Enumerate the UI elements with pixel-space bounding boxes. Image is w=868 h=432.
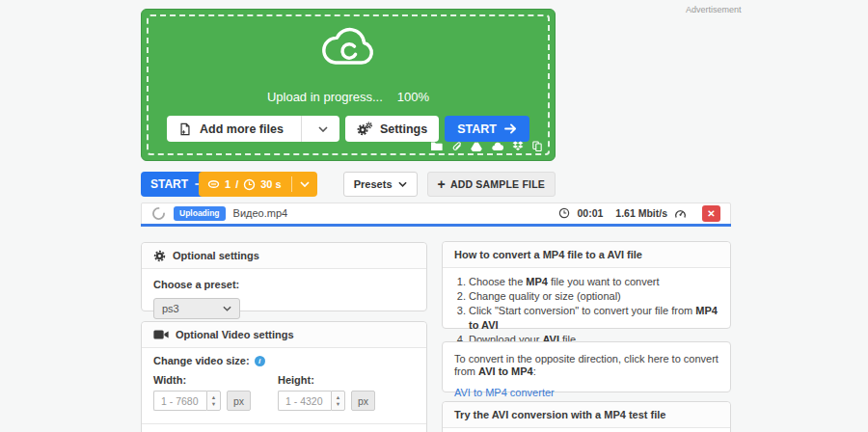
info-icon[interactable] — [255, 356, 265, 366]
height-stepper[interactable]: ▲▼ — [331, 391, 345, 411]
cancel-upload-button[interactable] — [702, 205, 720, 222]
add-more-files-button[interactable]: Add more files — [167, 116, 339, 142]
howto-step: Choose the MP4 file you want to convert — [469, 275, 719, 289]
start-label: START — [150, 177, 188, 191]
upload-source-icons — [430, 141, 542, 151]
folder-icon[interactable] — [430, 141, 443, 151]
upload-status-text: Upload in progress... — [267, 90, 383, 104]
advertisement-label: Advertisement — [686, 5, 742, 14]
action-bar: START 1 / 30 s Presets + ADD SAMPLE FILE — [141, 172, 556, 197]
preset-selected-value: ps3 — [162, 303, 179, 314]
file-plus-icon — [178, 122, 192, 136]
width-label: Width: — [153, 374, 251, 386]
settings-label: Settings — [380, 122, 427, 136]
cloud-upload-icon — [316, 24, 380, 69]
height-input[interactable] — [278, 391, 331, 411]
coin-icon — [207, 179, 220, 189]
howto-step: Change quality or size (optional) — [469, 289, 719, 304]
device-copy-icon[interactable] — [532, 141, 542, 151]
howto-step: Click "Start conversion" to convert your… — [469, 304, 719, 333]
chevron-down-icon[interactable] — [310, 126, 328, 132]
presets-label: Presets — [354, 178, 393, 190]
file-name: Видео.mp4 — [233, 207, 288, 219]
upload-progress-bar — [141, 224, 731, 227]
section-divider — [142, 423, 426, 424]
test-file-title: Try the AVI conversion with a MP4 test f… — [454, 409, 665, 420]
time-limit: 30 s — [260, 178, 281, 190]
howto-steps-list: Choose the MP4 file you want to convertC… — [469, 275, 719, 347]
add-more-files-label: Add more files — [200, 122, 284, 136]
optional-settings-card: Optional settings Choose a preset: ps3 — [141, 242, 427, 311]
paperclip-icon[interactable] — [451, 142, 462, 151]
upload-dropzone[interactable]: Upload in progress... 100% Add more file… — [141, 9, 556, 161]
onedrive-icon[interactable] — [491, 142, 503, 151]
elapsed-time: 00:01 — [577, 207, 603, 219]
video-camera-icon — [153, 329, 169, 340]
optional-settings-title: Optional settings — [173, 250, 259, 261]
height-label: Height: — [278, 374, 375, 386]
preset-select[interactable]: ps3 — [153, 298, 240, 319]
add-sample-file-label: ADD SAMPLE FILE — [450, 178, 545, 190]
presets-dropdown-button[interactable]: Presets — [343, 172, 418, 197]
upload-progress-percent: 100% — [397, 90, 429, 104]
width-stepper[interactable]: ▲▼ — [206, 391, 221, 411]
start-conversion-button[interactable]: START — [445, 116, 529, 142]
start-label: START — [457, 122, 497, 136]
uploading-file-row: Uploading Видео.mp4 00:01 1.61 Mbit/s — [141, 202, 731, 226]
optional-video-settings-card: Optional Video settings Change video siz… — [141, 321, 427, 432]
count-slash: / — [235, 178, 238, 190]
conversion-limit-dropdown[interactable]: 1 / 30 s — [199, 172, 317, 197]
speed-gauge-icon — [674, 208, 687, 219]
dropbox-icon[interactable] — [512, 141, 524, 151]
settings-button[interactable]: Settings — [345, 116, 439, 142]
gear-icon — [153, 250, 166, 262]
spinner-icon — [152, 207, 165, 220]
button-divider — [291, 176, 292, 192]
arrow-right-icon — [504, 123, 517, 134]
chevron-down-icon[interactable] — [300, 181, 310, 187]
avi-to-mp4-converter-link[interactable]: AVI to MP4 converter — [454, 387, 555, 399]
clock-icon — [243, 178, 256, 191]
width-unit-px: px — [227, 391, 251, 411]
howto-title: How to convert a MP4 file to a AVI file — [454, 249, 642, 260]
gears-icon — [357, 122, 372, 136]
upload-status-line: Upload in progress... 100% — [142, 90, 555, 104]
plus-icon: + — [438, 177, 446, 191]
preset-label: Choose a preset: — [153, 279, 239, 290]
clock-icon — [558, 207, 570, 219]
chevron-down-icon — [223, 306, 231, 311]
opposite-direction-text: To convert in the opposite direction, cl… — [454, 353, 719, 378]
width-input[interactable] — [153, 391, 206, 411]
howto-card: How to convert a MP4 file to a AVI file … — [442, 241, 731, 329]
change-video-size-label: Change video size: — [153, 355, 250, 366]
add-sample-file-button[interactable]: + ADD SAMPLE FILE — [427, 172, 556, 197]
video-settings-title: Optional Video settings — [176, 329, 294, 340]
file-count: 1 — [225, 178, 231, 190]
google-drive-icon[interactable] — [471, 142, 482, 151]
uploading-status-badge: Uploading — [174, 206, 226, 221]
upload-speed: 1.61 Mbit/s — [615, 207, 667, 219]
opposite-direction-card: To convert in the opposite direction, cl… — [442, 341, 731, 392]
height-unit-px: px — [351, 391, 375, 411]
test-file-card: Try the AVI conversion with a MP4 test f… — [442, 401, 731, 432]
button-divider — [301, 116, 302, 142]
chevron-down-icon — [398, 181, 407, 187]
